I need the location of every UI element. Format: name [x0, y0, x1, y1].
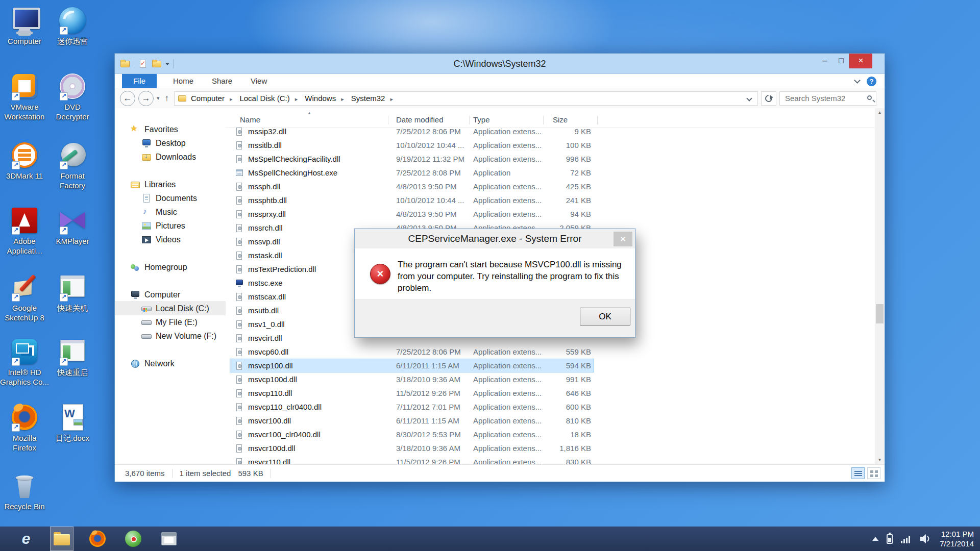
file-type-icon [235, 292, 244, 302]
column-header-size[interactable]: Size [553, 115, 568, 124]
file-row[interactable]: msvcr110.dll 11/5/2012 9:26 PM Applicati… [230, 455, 594, 464]
desktop-icon-computer[interactable]: Computer [0, 6, 49, 46]
recent-locations-dropdown-icon[interactable]: ▾ [157, 95, 160, 102]
tab-view[interactable]: View [241, 74, 276, 88]
minimize-button[interactable]: – [817, 54, 833, 68]
expand-ribbon-icon[interactable] [854, 77, 861, 84]
taskbar-clock[interactable]: 12:01 PM 7/21/2014 [940, 529, 974, 548]
details-view-button[interactable] [851, 467, 865, 479]
scroll-down-icon[interactable]: ▼ [875, 456, 885, 464]
file-date-modified: 11/5/2012 9:26 PM [396, 455, 460, 464]
breadcrumb-item[interactable]: Windows [302, 94, 347, 103]
file-type: Application extens... [473, 207, 542, 221]
file-row[interactable]: msvcr100_clr0400.dll 8/30/2012 5:53 PM A… [230, 428, 594, 441]
sidebar-item-network[interactable]: Network [115, 357, 226, 370]
close-button[interactable]: × [849, 54, 872, 68]
address-dropdown-icon[interactable] [746, 95, 752, 101]
file-row[interactable]: MsSpellCheckingFacility.dll 9/19/2012 11… [230, 152, 594, 166]
file-row[interactable]: mssprxy.dll 4/8/2013 9:50 PM Application… [230, 207, 594, 221]
sidebar-item-favorites[interactable]: Favorites [115, 122, 226, 136]
file-row[interactable]: msvcp110_clr0400.dll 7/11/2012 7:01 PM A… [230, 400, 594, 414]
sidebar-item-videos[interactable]: Videos [115, 233, 226, 246]
desktop-icon-format-factory[interactable]: Format Factory [48, 141, 97, 191]
back-button[interactable]: ← [120, 91, 135, 106]
maximize-button[interactable]: □ [833, 54, 849, 68]
file-row[interactable]: mssphtb.dll 10/10/2012 10:44 ... Applica… [230, 193, 594, 207]
sidebar-item-homegroup[interactable]: Homegroup [115, 260, 226, 274]
sidebar-item-computer[interactable]: Computer [115, 288, 226, 302]
taskbar-app5-button[interactable] [157, 527, 181, 551]
column-header-date-modified[interactable]: Date modified [396, 115, 444, 124]
search-box[interactable] [779, 91, 876, 106]
sidebar-item-documents[interactable]: Documents [115, 191, 226, 205]
file-row[interactable]: mssitlb.dll 10/10/2012 10:44 ... Applica… [230, 138, 594, 152]
sidebar-item-desktop[interactable]: Desktop [115, 136, 226, 150]
sidebar-item-downloads[interactable]: Downloads [115, 150, 226, 164]
network-signal-icon[interactable] [901, 534, 912, 543]
search-input[interactable] [780, 92, 876, 105]
file-row[interactable]: msvcp110.dll 11/5/2012 9:26 PM Applicati… [230, 386, 594, 400]
error-icon: × [370, 264, 390, 284]
forward-button[interactable]: → [138, 91, 154, 106]
desktop-icon-dvd-decrypter[interactable]: DVD Decrypter [48, 72, 97, 122]
tab-home[interactable]: Home [164, 74, 203, 88]
shortcut-arrow-icon [60, 227, 68, 235]
column-header-name[interactable]: Name [240, 115, 260, 124]
large-icons-view-button[interactable] [867, 467, 880, 479]
taskbar-app4-button[interactable] [121, 527, 145, 551]
desktop-icon-quick-restart[interactable]: 快速重启 [48, 337, 97, 378]
breadcrumb-item[interactable]: Local Disk (C:) [236, 94, 301, 103]
up-button[interactable]: ↑ [165, 93, 169, 104]
desktop-icon-diary-docx[interactable]: W 日记.docx [48, 403, 97, 443]
scrollbar-thumb[interactable] [876, 304, 884, 323]
desktop-icon-sketchup[interactable]: Google SketchUp 8 [0, 273, 49, 323]
dialog-close-button[interactable]: × [614, 232, 632, 246]
breadcrumb[interactable]: Computer Local Disk (C:) Windows System3… [174, 91, 758, 106]
taskbar-ie-button[interactable]: e [14, 527, 38, 551]
show-hidden-icons-icon[interactable] [872, 537, 878, 541]
desktop-icon-xunlei[interactable]: 迷你迅雷 [48, 6, 97, 46]
ok-button[interactable]: OK [580, 308, 630, 325]
taskbar-firefox-button[interactable] [86, 527, 109, 551]
file-row[interactable]: mssph.dll 4/8/2013 9:50 PM Application e… [230, 180, 594, 193]
file-row[interactable]: msvcp100.dll 6/11/2011 1:15 AM Applicati… [230, 359, 594, 372]
file-row[interactable]: msvcr100.dll 6/11/2011 1:15 AM Applicati… [230, 414, 594, 428]
scroll-up-icon[interactable]: ▲ [875, 108, 885, 117]
title-bar[interactable]: C:\Windows\System32 – □ × [115, 54, 885, 74]
desktop-icon-kmplayer[interactable]: KMPlayer [48, 206, 97, 246]
sidebar-item-libraries[interactable]: Libraries [115, 178, 226, 191]
volume-icon[interactable] [920, 534, 932, 543]
desktop-icon-3dmark[interactable]: 3DMark 11 [0, 141, 49, 181]
file-row[interactable]: msvcr100d.dll 3/18/2010 9:36 AM Applicat… [230, 441, 594, 455]
column-header-type[interactable]: Type [473, 115, 490, 124]
help-icon[interactable]: ? [867, 77, 876, 86]
desktop-icon-recycle-bin[interactable]: Recycle Bin [0, 471, 49, 512]
breadcrumb-item[interactable]: Computer [188, 94, 235, 103]
desktop-icon-vmware[interactable]: VMware Workstation [0, 72, 49, 122]
star-icon [130, 125, 140, 134]
battery-icon[interactable] [887, 534, 893, 544]
vertical-scrollbar[interactable]: ▲ ▼ [875, 108, 885, 464]
desktop-icon-adobe[interactable]: Adobe Applicati... [0, 206, 49, 256]
desktop-icon-intel-graphics[interactable]: Intel® HD Graphics Co... [0, 337, 49, 387]
taskbar-explorer-button[interactable] [50, 527, 74, 551]
dialog-title-bar[interactable]: CEPServiceManager.exe - System Error × [355, 229, 635, 248]
sidebar-item-pictures[interactable]: Pictures [115, 219, 226, 233]
file-row[interactable]: msvcp60.dll 7/25/2012 8:06 PM Applicatio… [230, 345, 594, 359]
sidebar-item-local-disk-c[interactable]: Local Disk (C:) [115, 302, 226, 315]
tab-share[interactable]: Share [203, 74, 241, 88]
file-row[interactable]: msvcp100d.dll 3/18/2010 9:36 AM Applicat… [230, 372, 594, 386]
file-name: msvcp110_clr0400.dll [248, 400, 322, 414]
tab-file[interactable]: File [122, 74, 157, 88]
file-type-icon [235, 210, 244, 219]
desktop-icon-firefox[interactable]: Mozilla Firefox [0, 403, 49, 453]
videos-icon [141, 235, 152, 244]
file-row[interactable]: MsSpellCheckingHost.exe 7/25/2012 8:08 P… [230, 166, 594, 180]
sidebar-item-music[interactable]: Music [115, 205, 226, 219]
desktop-icon-quick-shutdown[interactable]: 快速关机 [48, 273, 97, 313]
breadcrumb-item[interactable]: System32 [348, 94, 396, 103]
sidebar-item-my-file-e[interactable]: My File (E:) [115, 315, 226, 329]
file-date-modified: 3/18/2010 9:36 AM [396, 372, 460, 386]
sidebar-item-new-volume-f[interactable]: New Volume (F:) [115, 329, 226, 343]
refresh-button[interactable] [761, 91, 776, 106]
